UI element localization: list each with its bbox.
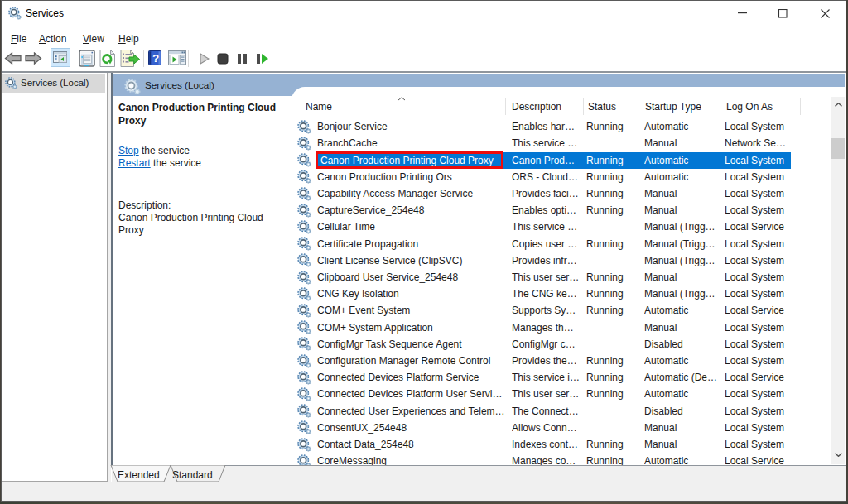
svg-text:?: ? bbox=[152, 52, 159, 65]
